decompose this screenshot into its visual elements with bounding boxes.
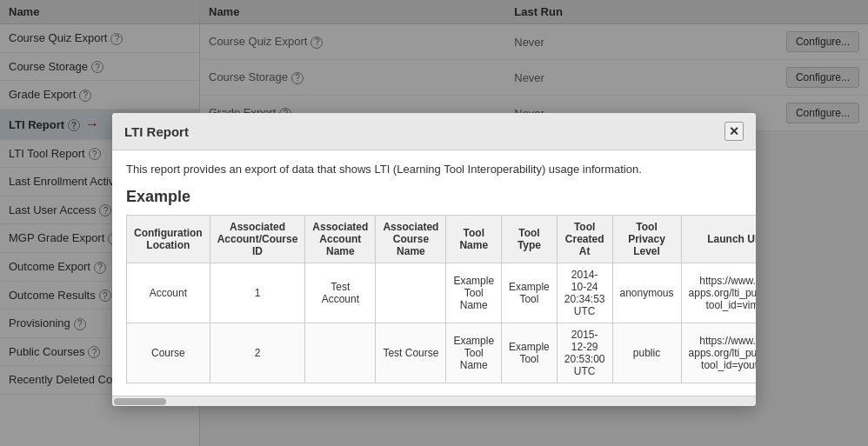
modal-header: LTI Report ✕ (112, 113, 756, 131)
modal-dialog: LTI Report ✕ This report provides an exp… (112, 113, 756, 131)
modal-title: LTI Report (124, 124, 189, 132)
modal-overlay[interactable]: LTI Report ✕ This report provides an exp… (0, 0, 868, 131)
modal-close-button[interactable]: ✕ (724, 122, 744, 131)
